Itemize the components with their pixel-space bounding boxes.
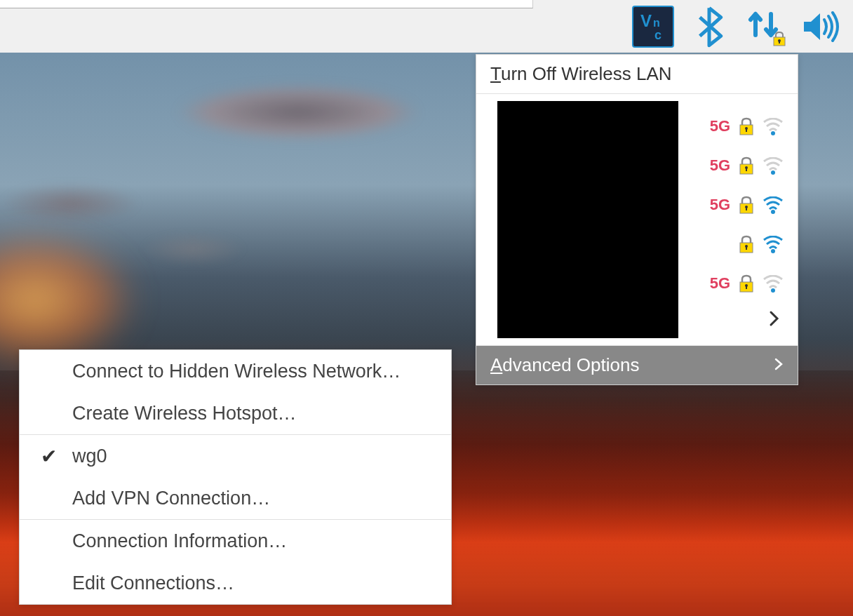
wifi-network-item[interactable]: 5G: [710, 264, 784, 303]
network-tray-icon[interactable]: [744, 6, 783, 48]
turn-off-accelerator: T: [490, 63, 501, 84]
chevron-right-icon: [774, 356, 784, 375]
svg-point-13: [771, 170, 775, 175]
svg-text:n: n: [653, 17, 660, 29]
svg-text:V: V: [640, 11, 652, 30]
advanced-options-item[interactable]: Advanced Options: [476, 346, 798, 384]
svg-point-17: [771, 210, 775, 214]
submenu-item-label: Create Wireless Hotspot…: [72, 403, 297, 424]
wifi-signal-icon: [763, 236, 784, 253]
svg-point-21: [771, 249, 775, 253]
wifi-signal-icon: [763, 118, 784, 135]
vnc-tray-icon[interactable]: V n c: [632, 6, 674, 48]
wifi-band-label: 5G: [710, 196, 730, 214]
wifi-network-item[interactable]: 5G: [710, 185, 784, 225]
submenu-item-label: Edit Connections…: [72, 573, 234, 594]
lock-icon: [739, 196, 754, 214]
svg-rect-20: [746, 246, 747, 250]
submenu-item-label: Connect to Hidden Wireless Network…: [72, 361, 401, 382]
advanced-options-submenu: Connect to Hidden Wireless Network… Crea…: [19, 349, 452, 605]
wifi-network-list: 5G 5G 5G: [476, 94, 798, 346]
wifi-band-label: 5G: [710, 274, 730, 293]
create-hotspot-item[interactable]: Create Wireless Hotspot…: [20, 392, 451, 434]
wifi-band-label: 5G: [710, 117, 730, 135]
network-menu-popup: Turn Off Wireless LAN 5G 5G: [476, 54, 798, 385]
wifi-signal-icon: [763, 275, 784, 293]
network-lock-badge-icon: [772, 31, 786, 46]
chevron-right-icon: [769, 310, 780, 331]
wifi-signal-icon: [763, 196, 784, 214]
bluetooth-tray-icon[interactable]: [692, 6, 727, 48]
vpn-wg0-item[interactable]: ✔ wg0: [20, 435, 451, 477]
svg-text:c: c: [654, 28, 661, 42]
wifi-network-item[interactable]: 5G: [710, 146, 784, 185]
wifi-ssid-redacted-block: [497, 101, 678, 338]
submenu-item-label: wg0: [72, 446, 107, 467]
advanced-accelerator: A: [490, 354, 502, 375]
lock-icon: [739, 156, 754, 175]
wifi-more-networks[interactable]: [710, 303, 784, 338]
lock-icon: [739, 274, 754, 293]
advanced-label-rest: dvanced Options: [502, 354, 639, 375]
submenu-item-label: Add VPN Connection…: [72, 488, 270, 509]
svg-rect-16: [746, 207, 747, 210]
panel-taskbar-edge: [0, 0, 533, 8]
volume-tray-icon[interactable]: [800, 9, 842, 44]
wifi-network-item[interactable]: [710, 225, 784, 264]
svg-rect-5: [779, 41, 780, 43]
svg-rect-12: [746, 168, 747, 171]
svg-rect-8: [746, 128, 747, 132]
check-icon: ✔: [41, 445, 57, 468]
top-panel: V n c: [0, 0, 853, 53]
wifi-network-item[interactable]: 5G: [710, 107, 784, 146]
submenu-item-label: Connection Information…: [72, 530, 287, 552]
lock-icon: [739, 235, 754, 253]
svg-point-9: [771, 131, 775, 135]
connection-information-item[interactable]: Connection Information…: [20, 520, 451, 562]
add-vpn-connection-item[interactable]: Add VPN Connection…: [20, 477, 451, 519]
wifi-band-label: 5G: [710, 156, 730, 175]
edit-connections-item[interactable]: Edit Connections…: [20, 562, 451, 604]
connect-hidden-network-item[interactable]: Connect to Hidden Wireless Network…: [20, 350, 451, 392]
wifi-signal-icon: [763, 157, 784, 175]
svg-point-25: [771, 288, 775, 293]
svg-rect-24: [746, 286, 747, 289]
turn-off-label-rest: urn Off Wireless LAN: [501, 63, 672, 84]
lock-icon: [739, 117, 754, 135]
turn-off-wlan-item[interactable]: Turn Off Wireless LAN: [476, 55, 798, 94]
